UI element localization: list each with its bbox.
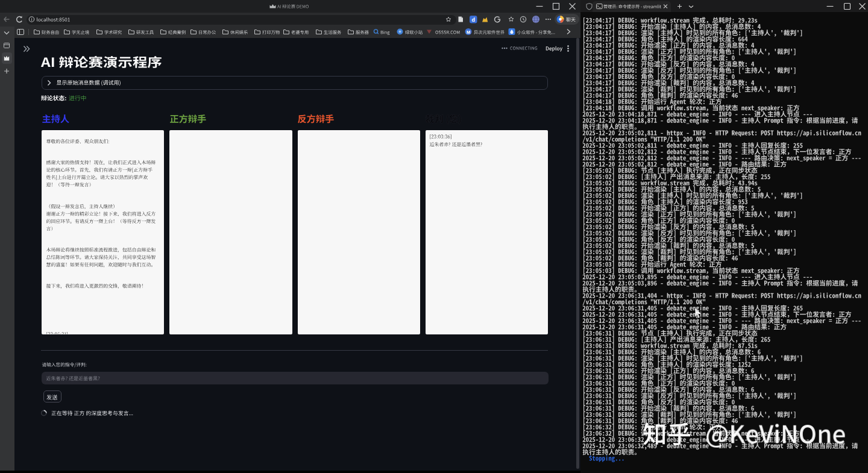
svg-text:d: d (471, 17, 475, 23)
svg-text:M: M (467, 30, 470, 35)
